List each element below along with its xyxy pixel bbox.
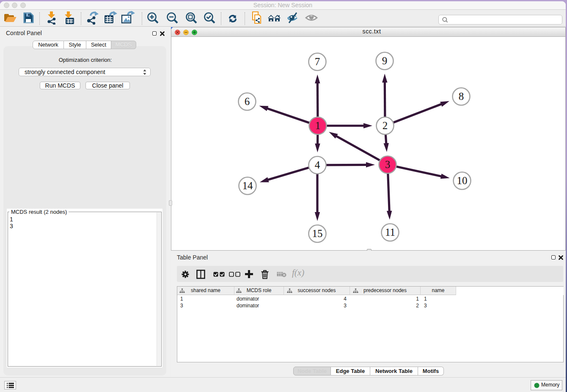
svg-text:9: 9: [382, 55, 388, 66]
svg-text:10: 10: [457, 175, 468, 186]
svg-text:14: 14: [242, 180, 253, 191]
svg-text:11: 11: [385, 226, 395, 238]
svg-text:15: 15: [312, 228, 323, 239]
svg-text:6: 6: [245, 96, 250, 107]
svg-text:4: 4: [315, 159, 320, 171]
svg-text:1: 1: [315, 120, 321, 131]
svg-text:8: 8: [459, 91, 464, 102]
svg-text:2: 2: [383, 120, 388, 131]
svg-text:7: 7: [315, 56, 320, 67]
svg-text:3: 3: [385, 159, 391, 170]
